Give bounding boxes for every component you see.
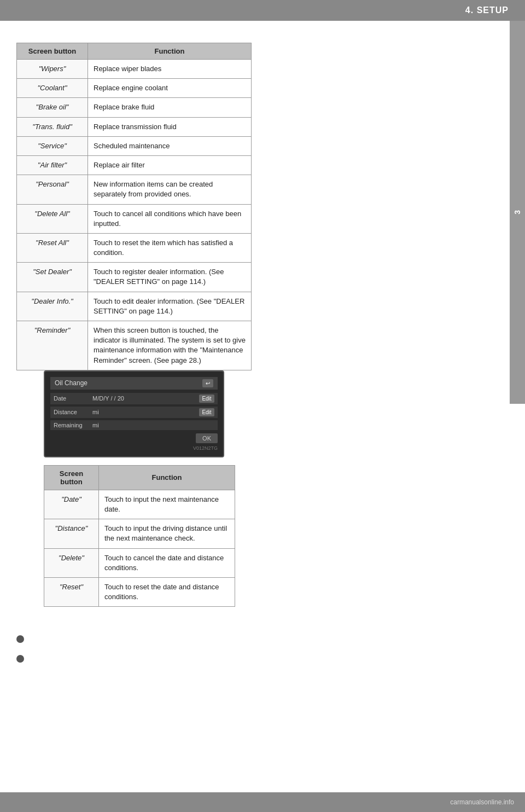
- func-distance: Touch to input the driving distance unti…: [99, 519, 235, 548]
- table-row: "Delete All" Touch to cancel all conditi…: [17, 204, 252, 233]
- screen-distance-row: Distance mi Edit: [50, 407, 218, 418]
- btn-air-filter: "Air filter": [17, 155, 88, 175]
- screen-title: Oil Change: [55, 379, 88, 387]
- table-row: "Set Dealer" Touch to register dealer in…: [17, 263, 252, 292]
- table-row: "Reminder" When this screen button is to…: [17, 321, 252, 370]
- func-reset: Touch to reset the date and distance con…: [99, 577, 235, 606]
- func-wipers: Replace wiper blades: [88, 60, 252, 79]
- screen-mockup: Oil Change ↩ Date M/D/Y / / 20 Edit Dist…: [44, 370, 224, 457]
- screen-title-bar: Oil Change ↩: [50, 377, 218, 390]
- screen-distance-label: Distance: [54, 409, 89, 415]
- screen-watermark: V012N2TG: [50, 445, 218, 451]
- table-row: "Dealer Info." Touch to edit dealer info…: [17, 292, 252, 321]
- right-table-header-button: Screen button: [44, 465, 99, 490]
- table-row: "Date" Touch to input the next maintenan…: [44, 490, 235, 519]
- right-table: Screen button Function "Date" Touch to i…: [44, 465, 235, 607]
- btn-coolant: "Coolant": [17, 79, 88, 98]
- func-date: Touch to input the next maintenance date…: [99, 490, 235, 519]
- bullet-item-1: [16, 634, 509, 643]
- func-reset-all: Touch to reset the item which has satisf…: [88, 233, 252, 262]
- header-bar: 4. SETUP: [0, 0, 525, 21]
- func-service: Scheduled maintenance: [88, 136, 252, 155]
- func-brake-oil: Replace brake fluid: [88, 98, 252, 117]
- btn-service: "Service": [17, 136, 88, 155]
- table-row: "Coolant" Replace engine coolant: [17, 79, 252, 98]
- screen-remaining-value: mi: [92, 422, 214, 428]
- func-air-filter: Replace air filter: [88, 155, 252, 175]
- table-row: "Delete" Touch to cancel the date and di…: [44, 548, 235, 577]
- screen-date-label: Date: [54, 395, 89, 402]
- page-title: 4. SETUP: [465, 5, 509, 15]
- screen-distance-value: mi: [92, 409, 196, 415]
- func-delete: Touch to cancel the date and distance co…: [99, 548, 235, 577]
- table-row: "Reset All" Touch to reset the item whic…: [17, 233, 252, 262]
- func-dealer-info: Touch to edit dealer information. (See "…: [88, 292, 252, 321]
- func-personal: New information items can be created sep…: [88, 175, 252, 204]
- table-row: "Brake oil" Replace brake fluid: [17, 98, 252, 117]
- btn-date: "Date": [44, 490, 99, 519]
- right-section: Oil Change ↩ Date M/D/Y / / 20 Edit Dist…: [27, 370, 279, 607]
- table-row: "Service" Scheduled maintenance: [17, 136, 252, 155]
- main-content: Screen button Function "Wipers" Replace …: [0, 21, 509, 623]
- table-row: "Wipers" Replace wiper blades: [17, 60, 252, 79]
- func-set-dealer: Touch to register dealer information. (S…: [88, 263, 252, 292]
- bottom-logo: carmanualsonline.info: [450, 798, 514, 806]
- bullet-dot-2: [16, 655, 24, 663]
- btn-reminder: "Reminder": [17, 321, 88, 370]
- btn-reset: "Reset": [44, 577, 99, 606]
- side-tab-number: 3: [513, 210, 522, 214]
- btn-distance: "Distance": [44, 519, 99, 548]
- func-reminder: When this screen button is touched, the …: [88, 321, 252, 370]
- bullet-item-2: [16, 654, 509, 663]
- screen-back-button[interactable]: ↩: [202, 379, 213, 387]
- btn-reset-all: "Reset All": [17, 233, 88, 262]
- table-row: "Personal" New information items can be …: [17, 175, 252, 204]
- btn-brake-oil: "Brake oil": [17, 98, 88, 117]
- bottom-bar: carmanualsonline.info: [0, 792, 525, 812]
- btn-set-dealer: "Set Dealer": [17, 263, 88, 292]
- left-table-header-function: Function: [88, 43, 252, 60]
- btn-dealer-info: "Dealer Info.": [17, 292, 88, 321]
- btn-delete: "Delete": [44, 548, 99, 577]
- func-trans-fluid: Replace transmission fluid: [88, 117, 252, 136]
- table-row: "Air filter" Replace air filter: [17, 155, 252, 175]
- table-row: "Trans. fluid" Replace transmission flui…: [17, 117, 252, 136]
- btn-trans-fluid: "Trans. fluid": [17, 117, 88, 136]
- screen-date-row: Date M/D/Y / / 20 Edit: [50, 393, 218, 404]
- screen-remaining-row: Remaining mi: [50, 420, 218, 430]
- right-table-header-function: Function: [99, 465, 235, 490]
- btn-delete-all: "Delete All": [17, 204, 88, 233]
- table-row: "Distance" Touch to input the driving di…: [44, 519, 235, 548]
- bullet-section: [0, 623, 525, 685]
- table-row: "Reset" Touch to reset the date and dist…: [44, 577, 235, 606]
- btn-personal: "Personal": [17, 175, 88, 204]
- screen-date-edit-button[interactable]: Edit: [199, 395, 214, 403]
- side-tab: 3: [510, 21, 525, 404]
- screen-ok-button[interactable]: OK: [196, 433, 218, 443]
- bullet-dot-1: [16, 635, 24, 643]
- screen-remaining-label: Remaining: [54, 422, 89, 428]
- func-coolant: Replace engine coolant: [88, 79, 252, 98]
- screen-date-value: M/D/Y / / 20: [92, 395, 196, 402]
- left-table: Screen button Function "Wipers" Replace …: [16, 43, 252, 370]
- func-delete-all: Touch to cancel all conditions which hav…: [88, 204, 252, 233]
- btn-wipers: "Wipers": [17, 60, 88, 79]
- screen-distance-edit-button[interactable]: Edit: [199, 408, 214, 416]
- left-table-header-button: Screen button: [17, 43, 88, 60]
